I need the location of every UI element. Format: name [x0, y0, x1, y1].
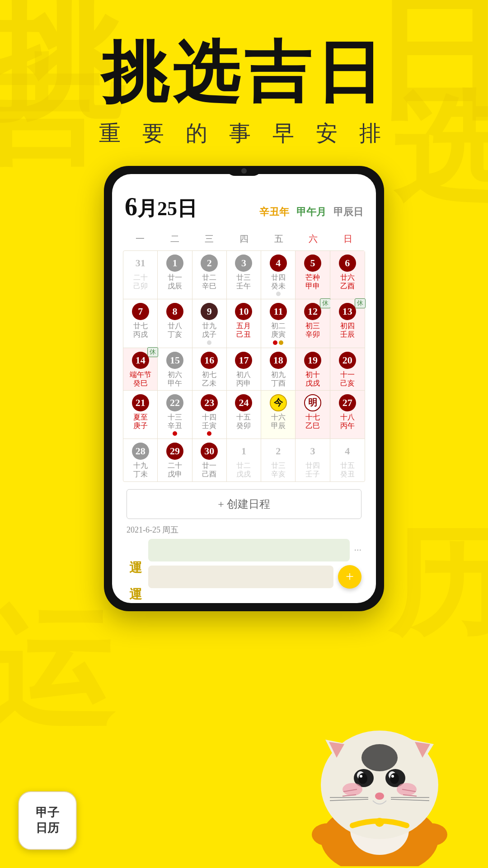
cal-day-20-sun[interactable]: 20 十一己亥 [330, 348, 365, 390]
dot-row [207, 340, 211, 345]
day-num: 4 [270, 255, 287, 272]
cal-day-26[interactable]: 明 十七乙巳 [296, 391, 330, 439]
day-lunar: 十九丁未 [133, 461, 148, 478]
day-num: 1 [235, 443, 252, 460]
cal-day-4[interactable]: 4 廿四癸未 [261, 251, 296, 299]
day-lunar: 十一己亥 [340, 370, 355, 387]
cal-day-2[interactable]: 2 廿二辛巳 [192, 251, 227, 299]
dot-row [173, 431, 177, 436]
schedule-section: 2021-6-25 周五 運 ··· 運 + [123, 519, 365, 594]
day-num: 17 [235, 352, 252, 369]
cal-day-30[interactable]: 30 廿一己酉 [192, 439, 227, 481]
cal-day-17[interactable]: 17 初八丙申 [227, 348, 261, 390]
dot [276, 292, 281, 296]
day-lunar: 初七乙未 [202, 370, 216, 387]
cal-day-6-sun[interactable]: 6 廿六乙酉 [330, 251, 365, 299]
cal-day-23[interactable]: 23 十四壬寅 [192, 391, 227, 439]
cal-day-8[interactable]: 8 廿八丁亥 [158, 299, 192, 347]
schedule-card[interactable] [148, 539, 350, 561]
day-lunar: 廿四癸未 [271, 273, 286, 290]
day-num: 27 [339, 394, 356, 411]
day-num: 11 [270, 303, 287, 320]
day-num: 8 [166, 303, 183, 320]
day-num: 3 [304, 443, 321, 460]
day-lunar: 二十戊申 [168, 461, 182, 478]
cal-day-16[interactable]: 16 初七乙未 [192, 348, 227, 390]
day-num: 1 [166, 255, 183, 272]
cal-day-5-sat[interactable]: 5 芒种甲申 [296, 251, 330, 299]
cal-day-22[interactable]: 22 十三辛丑 [158, 391, 192, 439]
day-num: 2 [201, 255, 218, 272]
cal-day-10[interactable]: 10 五月己丑 [227, 299, 261, 347]
day-num-today: 今 [270, 394, 287, 411]
dow-sat: 六 [296, 230, 331, 248]
title-section: 挑选吉日 重 要 的 事 早 安 排 [0, 0, 488, 148]
schedule-card-2[interactable] [148, 566, 333, 588]
rest-badge: 休 [355, 298, 366, 308]
schedule-row: 運 ··· [127, 539, 361, 561]
day-num: 16 [201, 352, 218, 369]
rest-badge: 休 [320, 298, 331, 308]
cal-day-18[interactable]: 18 初九丁酉 [261, 348, 296, 390]
cal-day-13-sun[interactable]: 休 13 初四壬辰 [330, 299, 365, 347]
dot-row [276, 292, 281, 296]
day-num: 24 [235, 394, 252, 411]
cal-day-21[interactable]: 21 夏至庚子 [123, 391, 158, 439]
day-num: 20 [339, 352, 356, 369]
schedule-more-button[interactable]: ··· [354, 544, 362, 556]
cal-day-15[interactable]: 15 初六甲午 [158, 348, 192, 390]
day-lunar: 廿四壬子 [305, 461, 320, 478]
rest-badge: 休 [147, 347, 158, 357]
cal-day-31-prev[interactable]: 31 二十己卯 [123, 251, 158, 299]
day-lunar: 二十己卯 [133, 273, 148, 290]
day-lunar: 端午节癸巳 [130, 370, 151, 387]
cal-day-7[interactable]: 7 廿七丙戌 [123, 299, 158, 347]
cal-day-14[interactable]: 休 14 端午节癸巳 [123, 348, 158, 390]
day-lunar: 初八丙申 [236, 370, 251, 387]
cal-day-29[interactable]: 29 二十戊申 [158, 439, 192, 481]
dow-sun: 日 [330, 230, 365, 248]
svg-point-29 [312, 823, 343, 846]
svg-point-18 [397, 783, 417, 796]
cal-day-2-next[interactable]: 2 廿三辛亥 [261, 439, 296, 481]
cal-day-1[interactable]: 1 廿一戊辰 [158, 251, 192, 299]
day-num: 14 [132, 352, 149, 369]
create-schedule-button[interactable]: + 创建日程 [127, 489, 361, 519]
day-num: 19 [304, 352, 321, 369]
day-num: 31 [132, 255, 149, 272]
svg-point-14 [390, 773, 399, 784]
app-icon[interactable]: 甲子 日历 [18, 791, 77, 850]
cal-day-24[interactable]: 24 十五癸卯 [227, 391, 261, 439]
svg-point-19 [375, 793, 384, 800]
calendar-header: 6月25日 辛丑年 甲午月 甲辰日 [123, 192, 365, 222]
day-lunar: 初四壬辰 [340, 321, 355, 339]
day-lunar: 廿一己酉 [202, 461, 216, 478]
cal-day-9[interactable]: 9 廿九戊子 [192, 299, 227, 347]
cal-day-4-next[interactable]: 4 廿五癸丑 [330, 439, 365, 481]
cal-day-11[interactable]: 11 初二庚寅 [261, 299, 296, 347]
day-lunar: 芒种甲申 [305, 273, 320, 290]
cal-day-3[interactable]: 3 廿三壬午 [227, 251, 261, 299]
calendar-date: 6月25日 [125, 192, 197, 222]
cal-day-25-today[interactable]: 今 十六甲辰 [261, 391, 296, 439]
fab-add-button[interactable]: + [338, 565, 361, 589]
day-num: 6 [339, 255, 356, 272]
cal-day-3-next[interactable]: 3 廿四壬子 [296, 439, 330, 481]
day-num: 15 [166, 352, 183, 369]
day-lunar: 初六甲午 [168, 370, 182, 387]
cal-day-27-sun[interactable]: 27 十八丙午 [330, 391, 365, 439]
day-lunar: 十七乙巳 [305, 413, 320, 430]
schedule-date-label: 2021-6-25 周五 [127, 524, 361, 535]
cat-svg [294, 640, 465, 866]
day-lunar: 廿三壬午 [236, 273, 251, 290]
day-lunar: 初十戊戌 [305, 370, 320, 387]
day-lunar: 初二庚寅 [271, 321, 286, 339]
day-num: 10 [235, 303, 252, 320]
cal-day-1-next[interactable]: 1 廿二戊戌 [227, 439, 261, 481]
cal-day-28[interactable]: 28 十九丁未 [123, 439, 158, 481]
day-lunar: 廿八丁亥 [168, 321, 182, 339]
day-lunar: 十三辛丑 [168, 413, 182, 430]
cal-day-19-sat[interactable]: 19 初十戊戌 [296, 348, 330, 390]
cal-day-12-sat[interactable]: 休 12 初三辛卯 [296, 299, 330, 347]
lunar-day: 甲辰日 [333, 205, 363, 219]
